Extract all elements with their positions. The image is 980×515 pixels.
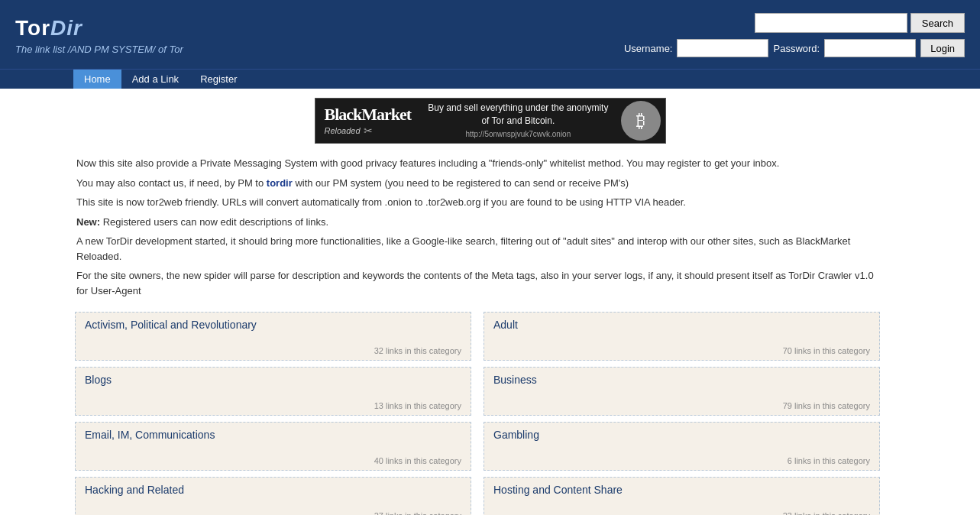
category-count: 32 links in this category <box>85 346 461 355</box>
password-label: Password: <box>773 43 820 54</box>
category-name[interactable]: Hosting and Content Share <box>493 484 870 496</box>
header: TorDir The link list /AND PM SYSTEM/ of … <box>0 0 980 69</box>
category-name[interactable]: Activism, Political and Revolutionary <box>85 319 461 331</box>
banner-url: http://5onwnspjvuk7cwvk.onion <box>426 129 610 140</box>
bitcoin-icon: ₿ <box>621 101 661 141</box>
banner-area: BlackMarket Reloaded ✂ Buy and sell ever… <box>0 89 980 150</box>
category-name[interactable]: Business <box>493 374 870 386</box>
info-line-1: Now this site also provide a Private Mes… <box>76 156 886 171</box>
nav-item-add-link[interactable]: Add a Link <box>121 70 189 89</box>
banner-reloaded: Reloaded <box>325 126 361 135</box>
username-input[interactable] <box>677 39 768 57</box>
category-box[interactable]: Email, IM, Communications40 links in thi… <box>75 422 471 471</box>
password-input[interactable] <box>824 39 916 57</box>
banner-market: Market <box>361 105 411 124</box>
nav-item-home[interactable]: Home <box>73 70 121 89</box>
main-content: Now this site also provide a Private Mes… <box>0 150 901 515</box>
category-box[interactable]: Activism, Political and Revolutionary32 … <box>75 312 471 361</box>
banner-logo-text: BlackMarket <box>325 105 412 125</box>
info-line-3: This site is now tor2web friendly. URLs … <box>76 195 886 210</box>
login-button[interactable]: Login <box>920 39 965 57</box>
category-count: 79 links in this category <box>493 401 870 410</box>
header-left: TorDir The link list /AND PM SYSTEM/ of … <box>15 16 183 55</box>
category-box[interactable]: Hosting and Content Share23 links in thi… <box>484 477 880 515</box>
category-name[interactable]: Blogs <box>85 374 461 386</box>
info-line-2: You may also contact us, if need, by PM … <box>76 176 886 191</box>
category-box[interactable]: Business79 links in this category <box>484 367 880 416</box>
category-box[interactable]: Adult70 links in this category <box>484 312 880 361</box>
login-row: Username: Password: Login <box>624 39 965 57</box>
banner[interactable]: BlackMarket Reloaded ✂ Buy and sell ever… <box>315 98 666 144</box>
search-input[interactable] <box>755 13 907 33</box>
nav-item-register[interactable]: Register <box>189 70 247 89</box>
banner-tagline: Buy and sell everything under the anonym… <box>428 102 608 126</box>
category-count: 40 links in this category <box>85 456 461 465</box>
header-right: Search Username: Password: Login <box>624 13 965 57</box>
category-count: 27 links in this category <box>85 511 461 515</box>
category-count: 23 links in this category <box>493 511 870 515</box>
site-title-dir: Dir <box>50 16 82 40</box>
category-count: 6 links in this category <box>493 456 870 465</box>
new-label: New: <box>76 216 100 228</box>
info-line-6: For the site owners, the new spider will… <box>76 268 886 298</box>
site-subtitle: The link list /AND PM SYSTEM/ of Tor <box>15 44 183 55</box>
banner-middle: Buy and sell everything under the anonym… <box>420 99 616 143</box>
site-title-tor: Tor <box>15 16 50 40</box>
category-box[interactable]: Hacking and Related27 links in this cate… <box>75 477 471 515</box>
scissors-icon: ✂ <box>364 125 373 137</box>
category-name[interactable]: Email, IM, Communications <box>85 429 461 441</box>
category-name[interactable]: Adult <box>493 319 870 331</box>
category-count: 13 links in this category <box>85 401 461 410</box>
site-title: TorDir <box>15 16 183 40</box>
category-box[interactable]: Gambling6 links in this category <box>484 422 880 471</box>
tordir-link[interactable]: tordir <box>267 177 293 189</box>
username-label: Username: <box>624 43 673 54</box>
info-line-4: New: Registered users can now edit descr… <box>76 215 886 230</box>
info-line-5: A new TorDir development started, it sho… <box>76 234 886 264</box>
category-count: 70 links in this category <box>493 346 870 355</box>
category-name[interactable]: Hacking and Related <box>85 484 461 496</box>
search-row: Search <box>755 13 965 33</box>
categories-grid: Activism, Political and Revolutionary32 … <box>69 309 886 515</box>
banner-black: Black <box>325 105 362 124</box>
navbar: Home Add a Link Register <box>0 69 980 89</box>
search-button[interactable]: Search <box>910 13 965 33</box>
category-box[interactable]: Blogs13 links in this category <box>75 367 471 416</box>
category-name[interactable]: Gambling <box>493 429 870 441</box>
banner-logo-area: BlackMarket Reloaded ✂ <box>315 99 421 143</box>
